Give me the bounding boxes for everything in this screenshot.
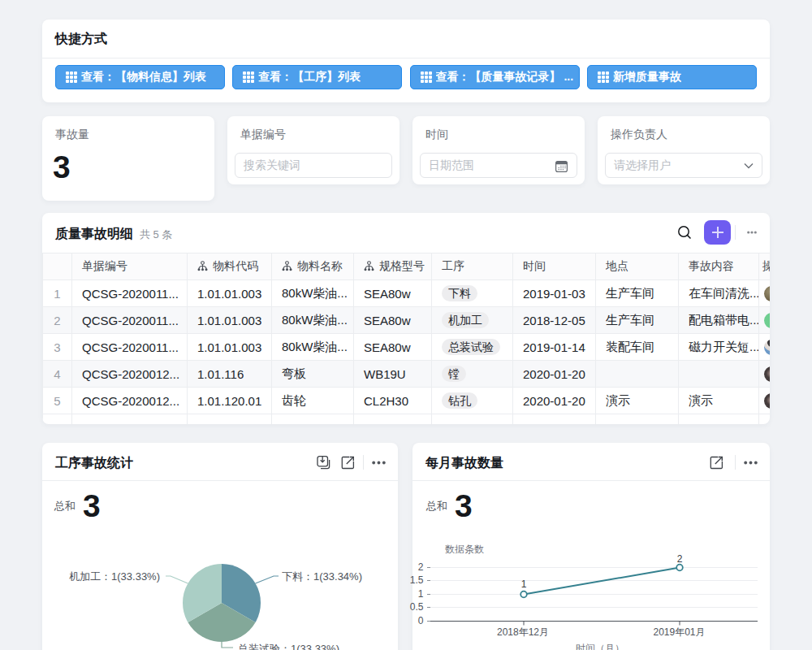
svg-text:0: 0 [418, 615, 424, 626]
svg-text:时间（月）: 时间（月） [576, 643, 624, 650]
svg-text:1: 1 [418, 588, 424, 600]
svg-text:数据条数: 数据条数 [445, 544, 484, 555]
svg-text:1.5: 1.5 [410, 574, 424, 586]
svg-text:机加工：1(33.33%): 机加工：1(33.33%) [69, 570, 160, 583]
svg-text:2018年12月: 2018年12月 [497, 626, 549, 638]
svg-text:2019年01月: 2019年01月 [653, 626, 705, 638]
svg-text:1: 1 [521, 578, 527, 590]
svg-text:2: 2 [418, 561, 424, 573]
svg-text:0.5: 0.5 [410, 601, 424, 613]
svg-text:2: 2 [677, 553, 683, 565]
svg-text:总装试验：1(33.33%): 总装试验：1(33.33%) [237, 643, 339, 650]
svg-text:下料：1(33.34%): 下料：1(33.34%) [282, 570, 362, 583]
